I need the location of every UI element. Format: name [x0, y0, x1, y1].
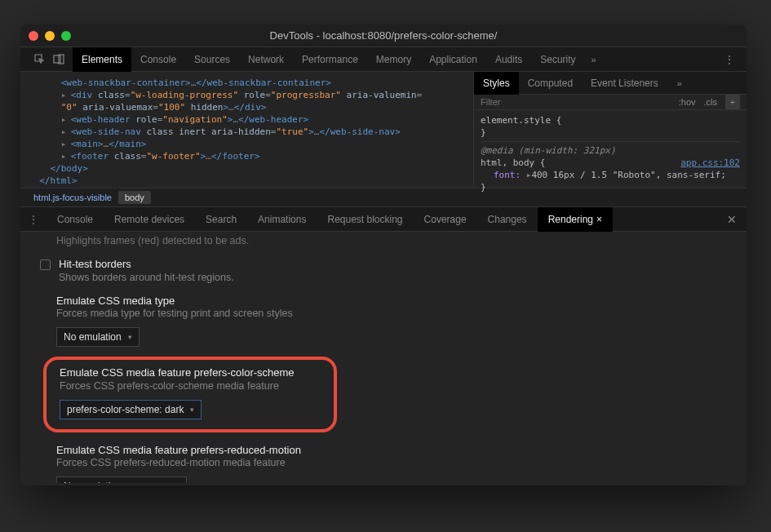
settings-kebab-icon[interactable]: ⋮ — [712, 53, 747, 66]
dom-node[interactable]: <web-snackbar-container>…</web-snackbar-… — [29, 77, 465, 89]
media-type-setting: Emulate CSS media type Forces media type… — [56, 295, 735, 320]
prefers-color-scheme-highlight: Emulate CSS media feature prefers-color-… — [43, 357, 337, 432]
chevron-down-icon: ▾ — [128, 333, 132, 341]
dom-node[interactable]: </html> — [29, 175, 465, 187]
pcs-select[interactable]: prefers-color-scheme: dark▾ — [60, 400, 202, 419]
close-window-button[interactable] — [29, 31, 38, 41]
chevron-down-icon: ▾ — [128, 482, 132, 483]
svg-rect-0 — [54, 55, 60, 63]
tab-elements[interactable]: Elements — [73, 47, 131, 72]
inspect-element-icon[interactable] — [30, 51, 48, 69]
prm-title: Emulate CSS media feature prefers-reduce… — [56, 444, 735, 456]
chevron-down-icon: ▾ — [190, 406, 194, 414]
prm-setting: Emulate CSS media feature prefers-reduce… — [56, 444, 735, 469]
drawer-tab-rendering[interactable]: Rendering× — [538, 207, 613, 232]
close-tab-icon[interactable]: × — [596, 214, 602, 225]
drawer-tab-changes[interactable]: Changes — [477, 207, 538, 232]
drawer-close-icon[interactable]: ✕ — [717, 213, 747, 226]
tab-application[interactable]: Application — [420, 47, 486, 72]
drawer-kebab-icon[interactable]: ⋮ — [20, 214, 47, 225]
tab-performance[interactable]: Performance — [293, 47, 367, 72]
media-type-select[interactable]: No emulation▾ — [56, 327, 140, 347]
drawer-tab-remote-devices[interactable]: Remote devices — [104, 207, 195, 232]
hov-toggle[interactable]: :hov — [679, 97, 696, 107]
prm-select[interactable]: No emulation▾ — [56, 477, 187, 483]
more-styles-tabs-icon[interactable]: » — [671, 78, 689, 88]
breadcrumb-item[interactable]: html.js-focus-visible — [27, 191, 118, 204]
dom-node[interactable]: <main>…</main> — [29, 138, 465, 150]
drawer-tab-bar: ⋮ ConsoleRemote devicesSearchAnimationsR… — [20, 207, 747, 232]
hit-test-checkbox[interactable] — [40, 259, 51, 270]
hit-test-title: Hit-test borders — [59, 258, 234, 270]
source-link[interactable]: app.css:102 — [680, 157, 740, 169]
device-toolbar-icon[interactable] — [50, 51, 68, 69]
dom-node[interactable]: <web-side-nav class inert aria-hidden="t… — [29, 126, 465, 138]
dom-node[interactable]: "0" aria-valuemax="100" hidden>…</div> — [29, 101, 465, 113]
hit-test-desc: Shows borders around hit-test regions. — [59, 272, 234, 283]
breadcrumb-item[interactable]: body — [118, 191, 151, 204]
rule-selector: html, body { — [481, 157, 545, 168]
media-rule: @media (min-width: 321px) — [481, 144, 740, 157]
tab-network[interactable]: Network — [239, 47, 293, 72]
hit-test-setting: Hit-test borders Shows borders around hi… — [40, 258, 735, 283]
rendering-drawer: Highlights frames (red) detected to be a… — [20, 232, 747, 483]
dom-node[interactable]: <div class="w-loading-progress" role="pr… — [29, 89, 465, 101]
styles-tab-event-listeners[interactable]: Event Listeners — [582, 72, 667, 95]
drawer-tab-search[interactable]: Search — [195, 207, 247, 232]
pcs-title: Emulate CSS media feature prefers-color-… — [60, 366, 326, 379]
styles-tab-styles[interactable]: Styles — [474, 72, 519, 95]
media-type-desc: Forces media type for testing print and … — [56, 308, 735, 319]
drawer-tab-animations[interactable]: Animations — [247, 207, 317, 232]
tab-security[interactable]: Security — [531, 47, 584, 72]
styles-tab-bar: StylesComputedEvent Listeners» — [474, 72, 747, 95]
dom-node[interactable]: <web-header role="navigation">…</web-hea… — [29, 113, 465, 126]
prm-desc: Forces CSS prefers-reduced-motion media … — [56, 457, 735, 468]
drawer-tab-console[interactable]: Console — [47, 207, 104, 232]
tab-sources[interactable]: Sources — [185, 47, 239, 72]
traffic-lights — [29, 31, 71, 41]
faded-previous-setting-desc: Highlights frames (red) detected to be a… — [56, 235, 735, 246]
styles-panel: StylesComputedEvent Listeners» :hov .cls… — [473, 72, 747, 188]
devtools-window: DevTools - localhost:8080/prefers-color-… — [20, 24, 747, 485]
minimize-window-button[interactable] — [45, 31, 55, 41]
more-tabs-icon[interactable]: » — [585, 55, 603, 64]
window-title: DevTools - localhost:8080/prefers-color-… — [29, 29, 738, 42]
new-style-rule-icon[interactable]: + — [725, 95, 740, 109]
tab-audits[interactable]: Audits — [486, 47, 531, 72]
tab-memory[interactable]: Memory — [367, 47, 420, 72]
main-tab-bar: ElementsConsoleSourcesNetworkPerformance… — [20, 47, 747, 72]
styles-filter-input[interactable] — [481, 97, 578, 107]
dom-node[interactable]: <footer class="w-footer">…</footer> — [29, 150, 465, 162]
cls-toggle[interactable]: .cls — [704, 97, 718, 107]
element-style-selector: element.style { — [481, 115, 561, 126]
maximize-window-button[interactable] — [61, 31, 71, 41]
drawer-tab-request-blocking[interactable]: Request blocking — [317, 207, 413, 232]
media-type-title: Emulate CSS media type — [56, 295, 735, 307]
css-property[interactable]: font: ▸400 16px / 1.5 "Roboto", sans-ser… — [494, 170, 726, 180]
dom-node[interactable]: </body> — [29, 162, 465, 175]
styles-filter-row: :hov .cls + — [474, 95, 747, 110]
styles-tab-computed[interactable]: Computed — [519, 72, 582, 95]
tab-console[interactable]: Console — [131, 47, 185, 72]
drawer-tab-coverage[interactable]: Coverage — [414, 207, 477, 232]
elements-dom-tree[interactable]: <web-snackbar-container>…</web-snackbar-… — [20, 72, 473, 188]
svg-rect-1 — [59, 55, 64, 64]
pcs-desc: Forces CSS prefers-color-scheme media fe… — [60, 380, 326, 392]
styles-body[interactable]: element.style { } @media (min-width: 321… — [474, 110, 747, 197]
titlebar: DevTools - localhost:8080/prefers-color-… — [20, 24, 747, 47]
